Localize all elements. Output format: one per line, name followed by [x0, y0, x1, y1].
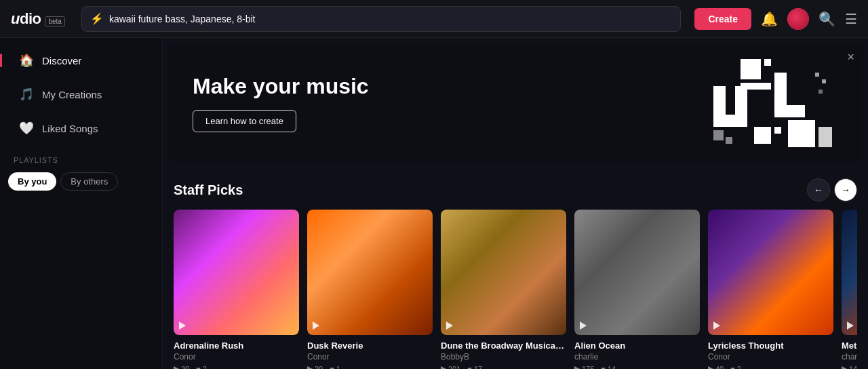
prev-arrow-button[interactable]: ← — [807, 178, 830, 201]
plays-count: 147 — [849, 365, 857, 370]
card-artwork — [708, 210, 833, 335]
sidebar: 🏠 Discover 🎵 My Creations 🤍 Liked Songs … — [0, 38, 163, 369]
home-icon: 🏠 — [19, 53, 34, 68]
plays-icon: ▶ — [441, 364, 446, 369]
like-count: ♥ 17 — [467, 365, 482, 370]
svg-rect-11 — [754, 127, 771, 144]
card-1[interactable]: Dusk Reverie Conor ▶ 20 ♥ 1 — [307, 210, 433, 369]
lightning-icon: ⚡ — [90, 12, 104, 25]
card-title: Metropolis — [842, 341, 857, 351]
svg-rect-15 — [713, 130, 724, 140]
like-count: ♥ 1 — [330, 365, 340, 370]
plays-icon: ▶ — [174, 364, 179, 369]
topbar: udio beta ⚡ Create 🔔 🔍 ☰ — [0, 0, 868, 38]
create-button[interactable]: Create — [694, 8, 751, 30]
playlist-tabs: By you By others — [0, 170, 162, 193]
content-area: Make your music Learn how to create × — [163, 38, 868, 369]
svg-rect-10 — [818, 90, 823, 94]
svg-rect-1 — [764, 59, 771, 66]
card-author: Conor — [307, 352, 433, 362]
svg-rect-8 — [815, 73, 819, 77]
plays-icon: ▶ — [842, 364, 847, 369]
close-icon[interactable]: × — [847, 50, 854, 64]
play-count: ▶ 20 — [174, 364, 189, 369]
card-3[interactable]: Alien Ocean charlie ▶ 175 ♥ 14 — [574, 210, 700, 369]
card-stats: ▶ 175 ♥ 14 — [574, 364, 700, 369]
next-arrow-button[interactable]: → — [834, 178, 857, 201]
likes-icon: ♥ — [730, 365, 735, 370]
playlists-label: PLAYLISTS — [0, 145, 162, 170]
svg-rect-7 — [774, 105, 805, 117]
nav-arrows: ← → — [807, 178, 857, 201]
like-count: ♥ 2 — [196, 365, 207, 370]
cards-row: Adrenaline Rush Conor ▶ 20 ♥ 2 Dusk Reve… — [174, 210, 857, 369]
card-artwork — [441, 210, 566, 335]
sidebar-item-discover[interactable]: 🏠 Discover — [5, 45, 157, 76]
section-header: Staff Picks ← → — [174, 178, 857, 201]
likes-count: 17 — [474, 365, 482, 370]
card-5[interactable]: Metropolis charlie ▶ 147 ♥ ... — [842, 210, 857, 369]
card-4[interactable]: Lyricless Thought Conor ▶ 40 ♥ 2 — [708, 210, 833, 369]
main-layout: 🏠 Discover 🎵 My Creations 🤍 Liked Songs … — [0, 38, 868, 369]
play-count: ▶ 20 — [307, 364, 323, 369]
logo-text: udio — [11, 10, 41, 28]
card-author: Conor — [708, 352, 833, 362]
plays-icon: ▶ — [574, 364, 580, 369]
likes-count: 1 — [336, 365, 340, 370]
svg-rect-16 — [726, 137, 732, 144]
card-stats: ▶ 201 ♥ 17 — [441, 364, 566, 369]
sidebar-item-my-creations[interactable]: 🎵 My Creations — [5, 79, 157, 110]
plays-icon: ▶ — [708, 364, 713, 369]
play-count: ▶ 201 — [441, 364, 460, 369]
sidebar-item-liked-songs[interactable]: 🤍 Liked Songs — [5, 113, 157, 144]
hero-art — [605, 52, 849, 154]
likes-count: 2 — [737, 365, 741, 370]
card-author: charlie — [842, 352, 857, 362]
likes-icon: ♥ — [196, 365, 201, 370]
learn-how-button[interactable]: Learn how to create — [193, 110, 296, 132]
card-title: Alien Ocean — [574, 341, 700, 351]
hero-title: Make your music — [193, 74, 369, 99]
svg-rect-9 — [822, 79, 826, 83]
card-image — [174, 210, 299, 335]
sidebar-item-my-creations-label: My Creations — [42, 89, 102, 100]
card-2[interactable]: Dune the Broadway Musical, Sh... BobbyB … — [441, 210, 566, 369]
avatar[interactable] — [787, 8, 809, 30]
heart-icon: 🤍 — [19, 121, 34, 136]
card-image — [441, 210, 566, 335]
plays-count: 201 — [448, 365, 460, 370]
card-stats: ▶ 20 ♥ 1 — [307, 364, 433, 369]
like-count: ♥ 2 — [730, 365, 741, 370]
beta-badge: beta — [45, 16, 64, 26]
card-title: Dune the Broadway Musical, Sh... — [441, 341, 566, 351]
sidebar-item-discover-label: Discover — [42, 55, 81, 66]
card-0[interactable]: Adrenaline Rush Conor ▶ 20 ♥ 2 — [174, 210, 299, 369]
card-artwork — [174, 210, 299, 335]
likes-count: 2 — [203, 365, 207, 370]
search-input[interactable] — [109, 14, 672, 24]
music-icon: 🎵 — [19, 87, 34, 102]
card-author: charlie — [574, 352, 700, 362]
tab-by-others[interactable]: By others — [60, 172, 118, 191]
play-icon — [713, 322, 720, 330]
tab-by-you[interactable]: By you — [8, 172, 56, 191]
notification-icon[interactable]: 🔔 — [761, 11, 778, 27]
search-icon[interactable]: 🔍 — [818, 11, 835, 27]
card-author: Conor — [174, 352, 299, 362]
svg-rect-12 — [774, 127, 781, 134]
search-bar[interactable]: ⚡ — [81, 6, 681, 32]
topbar-right: Create 🔔 🔍 ☰ — [694, 8, 857, 30]
card-image — [708, 210, 833, 335]
hero-banner: Make your music Learn how to create × — [168, 43, 863, 162]
plays-count: 40 — [715, 365, 724, 370]
likes-icon: ♥ — [467, 365, 472, 370]
plays-count: 20 — [181, 365, 189, 370]
card-image — [842, 210, 857, 335]
play-icon — [580, 322, 587, 330]
menu-icon[interactable]: ☰ — [845, 11, 857, 27]
hero-content: Make your music Learn how to create — [168, 54, 393, 153]
card-artwork — [842, 210, 857, 335]
svg-rect-5 — [735, 86, 747, 120]
card-artwork — [307, 210, 433, 335]
play-icon — [446, 322, 453, 330]
